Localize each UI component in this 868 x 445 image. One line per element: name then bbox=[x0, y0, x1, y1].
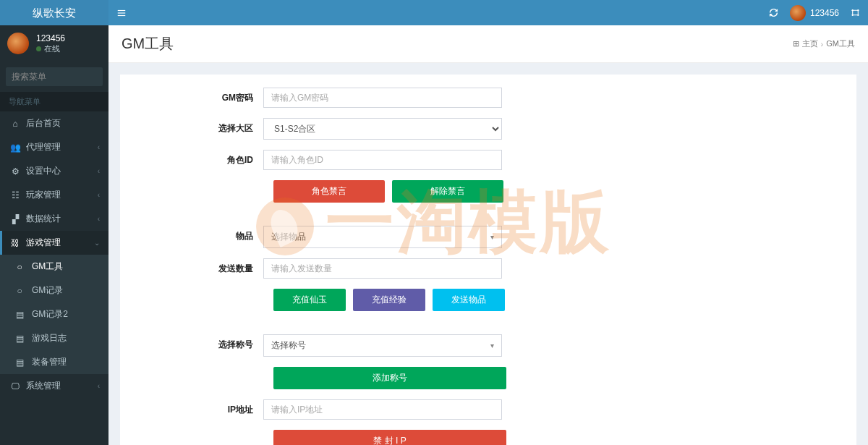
circle-icon: ○ bbox=[13, 262, 26, 272]
sidebar-subitem-gmlog2[interactable]: ▤GM记录2 bbox=[0, 302, 109, 326]
label-gm-password: GM密码 bbox=[133, 88, 263, 104]
chart-icon: ▞ bbox=[9, 214, 22, 224]
btn-role-ban[interactable]: 角色禁言 bbox=[273, 180, 385, 203]
list-icon: ▤ bbox=[13, 357, 26, 368]
avatar-icon bbox=[790, 5, 806, 21]
breadcrumb-home[interactable]: 主页 bbox=[802, 38, 818, 49]
label-title-select: 选择称号 bbox=[133, 334, 263, 351]
breadcrumb-current: GM工具 bbox=[826, 38, 855, 49]
breadcrumb: ⊞ 主页 › GM工具 bbox=[793, 38, 855, 49]
sidebar-item-home[interactable]: ⌂ 后台首页 bbox=[0, 111, 109, 135]
search-input[interactable] bbox=[6, 67, 109, 86]
avatar-icon bbox=[7, 33, 29, 54]
input-ip[interactable] bbox=[263, 399, 502, 420]
monitor-icon: 🖵 bbox=[9, 381, 22, 391]
chevron-left-icon: ‹ bbox=[98, 215, 100, 223]
btn-send-item[interactable]: 发送物品 bbox=[433, 289, 505, 311]
sidebar-item-system[interactable]: 🖵 系统管理 ‹ bbox=[0, 374, 109, 398]
chevron-left-icon: ‹ bbox=[98, 191, 100, 199]
sidebar-item-settings[interactable]: ⚙ 设置中心 ‹ bbox=[0, 159, 109, 183]
svg-point-3 bbox=[851, 9, 853, 11]
user-panel: 123456 在线 bbox=[0, 25, 109, 62]
chevron-down-icon: ⌄ bbox=[94, 239, 100, 247]
circle-icon: ○ bbox=[13, 286, 26, 296]
sidebar-subitem-gamelog[interactable]: ▤游戏日志 bbox=[0, 326, 109, 350]
header-username: 123456 bbox=[810, 8, 839, 18]
sidebar-subitem-gmlog[interactable]: ○GM记录 bbox=[0, 279, 109, 302]
input-gm-password[interactable] bbox=[263, 88, 502, 108]
btn-role-unban[interactable]: 解除禁言 bbox=[392, 180, 503, 203]
menu-section-header: 导航菜单 bbox=[0, 92, 109, 111]
user-name: 123456 bbox=[36, 33, 65, 43]
sidebar-subitem-equip[interactable]: ▤装备管理 bbox=[0, 350, 109, 374]
chevron-left-icon: ‹ bbox=[98, 143, 100, 151]
chevron-right-icon: › bbox=[821, 40, 824, 48]
sidebar-toggle[interactable] bbox=[109, 0, 134, 25]
list-icon: ▤ bbox=[13, 310, 26, 320]
brand-logo[interactable]: 纵歌长安 bbox=[0, 0, 109, 25]
svg-point-4 bbox=[857, 9, 859, 11]
select-title[interactable]: 选择称号 ▾ bbox=[263, 334, 502, 357]
label-send-qty: 发送数量 bbox=[133, 258, 263, 275]
page-title: GM工具 bbox=[122, 34, 174, 54]
chevron-left-icon: ‹ bbox=[98, 382, 100, 390]
gear-icon: ⚙ bbox=[9, 166, 22, 177]
label-ip: IP地址 bbox=[133, 399, 263, 416]
btn-charge-exp[interactable]: 充值经验 bbox=[353, 289, 425, 311]
link-icon: ⛓ bbox=[9, 238, 22, 248]
home-icon: ⌂ bbox=[9, 119, 22, 129]
svg-point-5 bbox=[851, 14, 853, 16]
users-icon: 👥 bbox=[9, 143, 22, 153]
svg-point-6 bbox=[857, 14, 859, 16]
caret-down-icon: ▾ bbox=[490, 233, 494, 241]
sidebar-search bbox=[6, 67, 103, 86]
settings-icon[interactable] bbox=[849, 7, 861, 19]
list-icon: ▤ bbox=[13, 334, 26, 344]
select-zone[interactable]: S1-S2合区 bbox=[263, 118, 502, 140]
label-zone: 选择大区 bbox=[133, 118, 263, 135]
refresh-icon[interactable] bbox=[768, 7, 780, 19]
select-item[interactable]: 选择物品 ▾ bbox=[263, 226, 502, 248]
sidebar-item-players[interactable]: ☷ 玩家管理 ‹ bbox=[0, 183, 109, 207]
label-role-id: 角色ID bbox=[133, 150, 263, 166]
sidebar-subitem-gmtool[interactable]: ○GM工具 bbox=[0, 255, 109, 279]
header-user[interactable]: 123456 bbox=[790, 5, 839, 21]
sidebar-item-game[interactable]: ⛓ 游戏管理 ⌄ bbox=[0, 231, 109, 255]
label-item: 物品 bbox=[133, 226, 263, 242]
sidebar-item-agent[interactable]: 👥 代理管理 ‹ bbox=[0, 135, 109, 159]
chevron-left-icon: ‹ bbox=[98, 167, 100, 175]
btn-ban-ip[interactable]: 禁 封 I P bbox=[273, 430, 506, 445]
sidebar-item-stats[interactable]: ▞ 数据统计 ‹ bbox=[0, 207, 109, 231]
input-send-qty[interactable] bbox=[263, 258, 502, 279]
user-status: 在线 bbox=[36, 43, 65, 54]
dashboard-icon: ⊞ bbox=[793, 39, 799, 48]
status-dot-icon bbox=[36, 46, 41, 51]
player-icon: ☷ bbox=[9, 190, 22, 200]
btn-charge-jade[interactable]: 充值仙玉 bbox=[273, 289, 346, 311]
input-role-id[interactable] bbox=[263, 150, 502, 170]
caret-down-icon: ▾ bbox=[490, 342, 494, 349]
btn-add-title[interactable]: 添加称号 bbox=[273, 367, 506, 389]
